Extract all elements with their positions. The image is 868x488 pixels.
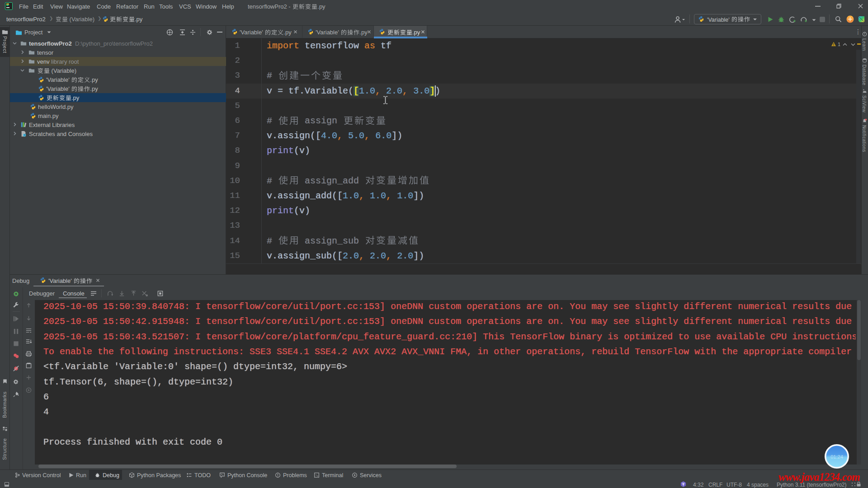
svg-text:01:24: 01:24: [830, 454, 843, 460]
